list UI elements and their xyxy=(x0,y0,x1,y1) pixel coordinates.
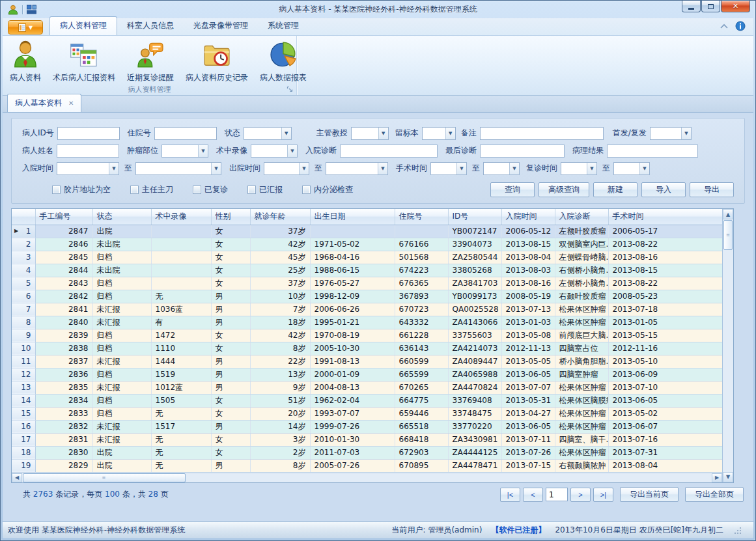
filter-checkbox[interactable]: 胶片地址为空 xyxy=(52,184,111,195)
cell[interactable]: ZA4065988 xyxy=(448,368,501,381)
cell[interactable]: 女 xyxy=(211,251,250,264)
cell[interactable]: 8岁 xyxy=(250,342,310,355)
cell[interactable]: 501568 xyxy=(395,251,448,264)
cell[interactable]: 1962-02-04 xyxy=(310,394,395,407)
table-row[interactable]: 192829出院无男8岁2005-07-26670895ZA4478471201… xyxy=(12,459,722,472)
cell[interactable]: 女 xyxy=(211,329,250,342)
cell[interactable]: 1110 xyxy=(151,342,211,355)
cell[interactable]: 归档 xyxy=(92,407,151,420)
cell[interactable]: 2836 xyxy=(35,368,92,381)
cell[interactable]: 2013-08-16 xyxy=(608,251,722,264)
tab-close-icon[interactable]: ✕ xyxy=(68,100,74,107)
cell[interactable]: 2013-06-05 xyxy=(608,394,722,407)
row-header-cell[interactable]: 7 xyxy=(12,303,35,316)
cell[interactable]: 10岁 xyxy=(250,290,310,303)
vertical-scrollbar[interactable]: ▲ ≡ ▼ xyxy=(722,209,733,482)
cell[interactable]: 2013-07-15 xyxy=(501,459,555,472)
cell[interactable] xyxy=(151,238,211,251)
cell[interactable]: 1036蓝 xyxy=(151,303,211,316)
cell[interactable]: YB0072147 xyxy=(448,225,501,238)
postop-report-button[interactable]: 术后病人汇报资料 xyxy=(47,38,121,85)
surgery-time-from-select[interactable]: ▼ xyxy=(430,162,467,175)
info-icon[interactable] xyxy=(735,21,746,31)
cell[interactable]: 2834 xyxy=(35,394,92,407)
cell[interactable]: 女 xyxy=(211,342,250,355)
cell[interactable]: 男 xyxy=(211,290,250,303)
layout-windows-icon[interactable] xyxy=(26,4,37,15)
cell[interactable]: 2013-08-04 xyxy=(501,251,555,264)
cell[interactable]: 2013-04-27 xyxy=(501,407,555,420)
cell[interactable]: 1472 xyxy=(151,329,211,342)
table-row[interactable]: 92839归档1472女42岁1970-08-19661228337556032… xyxy=(12,329,722,342)
cell[interactable]: 2006-06-26 xyxy=(310,303,395,316)
cell[interactable]: 13岁 xyxy=(250,368,310,381)
cell[interactable]: 37岁 xyxy=(250,225,310,238)
cell[interactable]: 2013-01-05 xyxy=(608,316,722,329)
cell[interactable]: 2013-05-02 xyxy=(608,407,722,420)
ribbon-tab-department-staff[interactable]: 科室人员信息 xyxy=(117,17,184,35)
table-row[interactable]: 152833归档无女20岁1993-07-0765944633748475201… xyxy=(12,407,722,420)
cell[interactable]: 674223 xyxy=(395,264,448,277)
cell[interactable]: 2006-05-12 xyxy=(501,225,555,238)
cell[interactable]: 无 xyxy=(151,459,211,472)
cell[interactable]: 2844 xyxy=(35,264,92,277)
remark-input[interactable] xyxy=(480,127,604,140)
cell[interactable]: 2010-01-30 xyxy=(310,433,395,446)
cell[interactable]: 松果体区肿瘤 xyxy=(555,381,608,394)
table-row[interactable]: ▶12847出院女37岁YB00721472006-05-12左额叶胶质瘤200… xyxy=(12,225,722,238)
row-header-cell[interactable]: 9 xyxy=(12,329,35,342)
cell[interactable]: 双侧脑室内巨... xyxy=(555,238,608,251)
cell[interactable]: 松果体区肿瘤 xyxy=(555,303,608,316)
scroll-up-icon[interactable]: ▲ xyxy=(723,209,733,219)
cell[interactable]: 1995-01-21 xyxy=(310,316,395,329)
cell[interactable]: 有 xyxy=(151,316,211,329)
cell[interactable]: 2006-05-17 xyxy=(608,225,722,238)
cell[interactable]: 2013-06-05 xyxy=(501,420,555,433)
cell[interactable]: 33769408 xyxy=(448,394,501,407)
query-button[interactable]: 查询 xyxy=(490,182,535,197)
cell[interactable]: 右侧桥小脑角... xyxy=(555,264,608,277)
column-header[interactable]: 出生日期 xyxy=(310,209,395,225)
cell[interactable]: 3岁 xyxy=(250,433,310,446)
cell[interactable]: 33755603 xyxy=(448,329,501,342)
import-button[interactable]: 导入 xyxy=(641,182,686,197)
cell[interactable] xyxy=(395,225,448,238)
cell[interactable]: 未汇报 xyxy=(92,420,151,433)
cell[interactable]: 643332 xyxy=(395,316,448,329)
first-page-button[interactable]: |< xyxy=(500,488,520,502)
revisit-reminder-button[interactable]: 近期复诊提醒 xyxy=(121,38,180,85)
cell[interactable]: 归档 xyxy=(92,342,151,355)
cell[interactable]: 2013-05-05 xyxy=(501,355,555,368)
row-header-cell[interactable]: 14 xyxy=(12,394,35,407)
cell[interactable] xyxy=(151,225,211,238)
table-row[interactable]: 72841未汇报1036蓝男7岁2006-06-26670723QA002552… xyxy=(12,303,722,316)
cell[interactable]: 8岁 xyxy=(250,459,310,472)
cell[interactable]: 661228 xyxy=(395,329,448,342)
table-row[interactable]: 122836归档1519男13岁2000-01-09665599ZA406598… xyxy=(12,368,722,381)
cell[interactable]: 2831 xyxy=(35,433,92,446)
cell[interactable]: 2013-06-09 xyxy=(608,368,722,381)
cell[interactable]: 2013-08-03 xyxy=(501,264,555,277)
table-row[interactable]: 162832未汇报1517男14岁1999-07-266655183377022… xyxy=(12,420,722,433)
cell[interactable]: 松果体区肿瘤 xyxy=(555,316,608,329)
tumor-site-select[interactable]: ▼ xyxy=(161,145,208,158)
row-header-cell[interactable]: 3 xyxy=(12,251,35,264)
specimen-select[interactable]: ▼ xyxy=(422,127,456,140)
cell[interactable]: 女 xyxy=(211,446,250,459)
cell[interactable]: 7岁 xyxy=(250,303,310,316)
cell[interactable]: 四脑室肿瘤 xyxy=(555,368,608,381)
cell[interactable]: 未汇报 xyxy=(92,355,151,368)
cell[interactable]: 归档 xyxy=(92,277,151,290)
pathology-input[interactable] xyxy=(607,145,698,158)
cell[interactable]: 25岁 xyxy=(250,264,310,277)
video-select[interactable]: ▼ xyxy=(251,145,298,158)
cell[interactable]: 1988-06-15 xyxy=(310,264,395,277)
scroll-right-icon[interactable]: ▶ xyxy=(712,473,722,482)
cell[interactable]: 2846 xyxy=(35,238,92,251)
cell[interactable]: 左侧桥小脑角... xyxy=(555,277,608,290)
cell[interactable]: 1991-08-13 xyxy=(310,355,395,368)
history-record-button[interactable]: 病人资料历史记录 xyxy=(180,38,254,85)
ribbon-tab-disc-video[interactable]: 光盘录像带管理 xyxy=(184,17,258,35)
cell[interactable]: 2838 xyxy=(35,342,92,355)
cell[interactable]: 2837 xyxy=(35,355,92,368)
